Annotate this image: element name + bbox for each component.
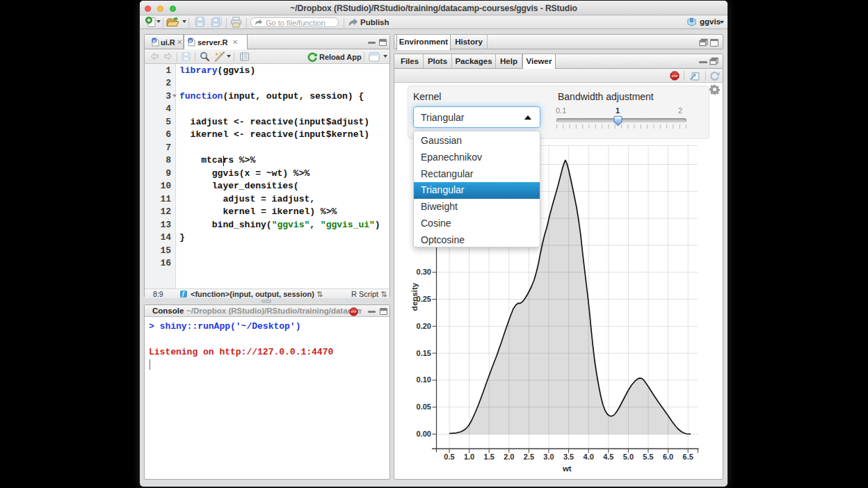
svg-text:5.5: 5.5 (643, 453, 653, 461)
svg-text:2.0: 2.0 (504, 453, 514, 461)
svg-text:6.5: 6.5 (683, 453, 693, 461)
svg-text:4.5: 4.5 (603, 453, 613, 461)
svg-text:wt: wt (562, 464, 572, 473)
svg-text:0.30: 0.30 (417, 268, 431, 276)
svg-text:5.0: 5.0 (623, 453, 634, 461)
svg-text:3.5: 3.5 (563, 453, 574, 461)
svg-text:0.5: 0.5 (444, 453, 454, 461)
svg-text:6.0: 6.0 (663, 453, 673, 461)
svg-text:0.05: 0.05 (417, 402, 431, 411)
svg-text:1.5: 1.5 (484, 453, 495, 461)
svg-text:2.5: 2.5 (524, 453, 534, 461)
svg-text:0.20: 0.20 (417, 322, 431, 330)
svg-text:3.0: 3.0 (543, 453, 554, 461)
svg-text:4.0: 4.0 (584, 453, 594, 461)
svg-text:0.10: 0.10 (417, 375, 431, 384)
svg-text:1.0: 1.0 (464, 453, 474, 461)
svg-text:0.15: 0.15 (417, 349, 431, 357)
svg-text:density: density (410, 282, 419, 311)
svg-text:0.00: 0.00 (417, 430, 431, 438)
